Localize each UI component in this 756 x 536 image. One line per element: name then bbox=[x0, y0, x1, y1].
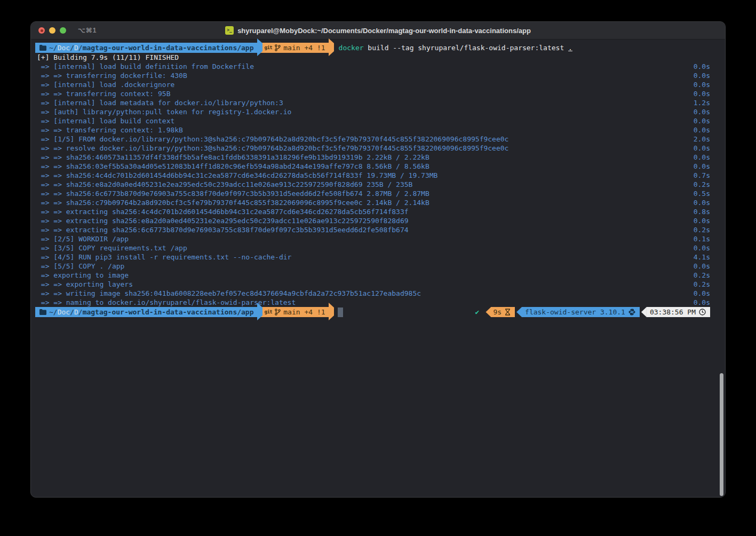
build-line-time: 0.2s bbox=[694, 180, 710, 189]
build-output-line: => => sha256:e8a2d0a0ed405231e2ea295edc5… bbox=[37, 180, 710, 189]
build-line-text: => [4/5] RUN pip3 install -r requirement… bbox=[37, 253, 689, 262]
build-output-line: => => extracting sha256:4c4dc701b2d60145… bbox=[37, 207, 710, 216]
traffic-lights bbox=[38, 27, 66, 34]
build-output-line: => => transferring dockerfile: 430B 0.0s bbox=[37, 71, 710, 80]
build-output-line: => => resolve docker.io/library/python:3… bbox=[37, 144, 710, 153]
git-branch-icon bbox=[275, 44, 281, 51]
build-line-text: => => sha256:4c4dc701b2d601454d6bb94c31c… bbox=[37, 171, 689, 180]
build-line-time: 0.2s bbox=[694, 225, 710, 234]
build-line-time: 0.0s bbox=[694, 162, 710, 171]
powerline-arrow-icon bbox=[329, 38, 334, 56]
powerline-arrow-icon bbox=[257, 303, 262, 320]
title-bar[interactable]: ⌥⌘1 >_ shyruparel@MobyDock:~/Documents/D… bbox=[31, 22, 725, 40]
build-line-time: 0.0s bbox=[694, 62, 710, 71]
powerline-arrow-icon bbox=[486, 307, 491, 317]
powerline-arrow-icon bbox=[257, 38, 262, 56]
build-output-line: => => sha256:6c6773b870d9e76903a755c838f… bbox=[37, 189, 710, 198]
git-status-text: main +4 !1 bbox=[283, 308, 325, 317]
build-line-time: 0.0s bbox=[694, 298, 710, 307]
build-line-text: => [5/5] COPY . /app bbox=[37, 262, 689, 271]
build-line-time: 0.2s bbox=[694, 280, 710, 289]
build-line-time: 0.2s bbox=[694, 271, 710, 280]
build-output-line: => [1/5] FROM docker.io/library/python:3… bbox=[37, 135, 710, 144]
build-line-time: 2.0s bbox=[694, 135, 710, 144]
build-line-time: 0.0s bbox=[694, 125, 710, 135]
build-output-line: => [4/5] RUN pip3 install -r requirement… bbox=[37, 253, 710, 262]
tab-shortcut-label: ⌥⌘1 bbox=[78, 27, 97, 34]
build-line-text: => => sha256:03ef5b5a30a4d05e512083b14ff… bbox=[37, 162, 689, 171]
build-line-time: 0.0s bbox=[694, 289, 710, 298]
command-text: docker build --tag shyruparel/flask-owid… bbox=[339, 43, 572, 52]
build-line-text: => => transferring context: 1.98kB bbox=[37, 125, 689, 135]
build-line-time: 0.8s bbox=[694, 207, 710, 216]
success-check-icon: ✔ bbox=[475, 308, 480, 317]
build-output-line: => [internal] load build context 0.0s bbox=[37, 116, 710, 125]
build-output-line: => => extracting sha256:6c6773b870d9e769… bbox=[37, 225, 710, 234]
minimize-button[interactable] bbox=[49, 27, 55, 34]
build-line-time: 0.0s bbox=[694, 243, 710, 253]
folder-icon bbox=[39, 309, 46, 315]
prompt-git-segment: git main +4 !1 bbox=[262, 43, 329, 53]
build-output-line: => => writing image sha256:041ba6008228e… bbox=[37, 289, 710, 298]
build-output-line: => => sha256:4c4dc701b2d601454d6bb94c31c… bbox=[37, 171, 710, 180]
build-line-time: 4.1s bbox=[694, 253, 710, 262]
build-line-text: => => naming to docker.io/shyruparel/fla… bbox=[37, 298, 689, 307]
build-line-text: => => sha256:6c6773b870d9e76903a755c838f… bbox=[37, 189, 689, 198]
prompt-git-segment: git main +4 !1 bbox=[262, 307, 329, 317]
build-output-line: => [3/5] COPY requirements.txt /app 0.0s bbox=[37, 243, 710, 253]
build-header: [+] Building 7.9s (11/11) FINISHED bbox=[37, 53, 710, 62]
build-line-time: 0.7s bbox=[694, 171, 710, 180]
build-line-text: => [2/5] WORKDIR /app bbox=[37, 234, 689, 243]
build-line-time: 0.0s bbox=[694, 89, 710, 98]
build-line-time: 0.0s bbox=[694, 198, 710, 207]
build-line-time: 0.0s bbox=[694, 80, 710, 89]
git-logo-icon: git bbox=[265, 308, 273, 317]
folder-icon bbox=[39, 45, 46, 51]
build-line-text: => => transferring dockerfile: 430B bbox=[37, 71, 689, 80]
build-line-text: => => extracting sha256:4c4dc701b2d60145… bbox=[37, 207, 689, 216]
build-output-line: => => extracting sha256:e8a2d0a0ed405231… bbox=[37, 216, 710, 225]
powerline-arrow-icon bbox=[641, 307, 647, 317]
git-logo-icon: git bbox=[265, 43, 273, 52]
python-env-segment: flask-owid-server 3.10.1 bbox=[522, 307, 640, 317]
build-line-text: => => resolve docker.io/library/python:3… bbox=[37, 144, 689, 153]
build-line-text: => => transferring context: 95B bbox=[37, 89, 689, 98]
terminal-window: ⌥⌘1 >_ shyruparel@MobyDock:~/Documents/D… bbox=[30, 21, 726, 498]
build-line-text: => [internal] load .dockerignore bbox=[37, 80, 689, 89]
build-output-line: => [5/5] COPY . /app 0.0s bbox=[37, 262, 710, 271]
build-line-time: 0.5s bbox=[694, 189, 710, 198]
build-output-line: => [internal] load .dockerignore 0.0s bbox=[37, 80, 710, 89]
build-line-time: 0.1s bbox=[694, 234, 710, 243]
terminal-content[interactable]: ~/Doc/D/magtag-our-world-in-data-vaccina… bbox=[31, 40, 725, 497]
build-line-text: => [internal] load build context bbox=[37, 116, 689, 125]
build-output-line: => => transferring context: 1.98kB 0.0s bbox=[37, 125, 710, 135]
python-icon bbox=[628, 309, 635, 316]
prompt-line-bottom: ~/Doc/D/magtag-our-world-in-data-vaccina… bbox=[35, 307, 710, 317]
build-output-line: => [internal] load build definition from… bbox=[37, 62, 710, 71]
build-output-line: => => naming to docker.io/shyruparel/fla… bbox=[37, 298, 710, 307]
terminal-cursor bbox=[338, 308, 343, 317]
prompt-path-segment: ~/Doc/D/magtag-our-world-in-data-vaccina… bbox=[35, 43, 257, 53]
prompt-path-segment: ~/Doc/D/magtag-our-world-in-data-vaccina… bbox=[35, 307, 257, 317]
build-output-line: => [2/5] WORKDIR /app 0.1s bbox=[37, 234, 710, 243]
build-output-line: => => exporting layers 0.2s bbox=[37, 280, 710, 289]
build-line-time: 0.0s bbox=[694, 153, 710, 162]
build-output-line: => => transferring context: 95B 0.0s bbox=[37, 89, 710, 98]
build-output-lines: => [internal] load build definition from… bbox=[37, 62, 710, 307]
build-line-text: => => sha256:e8a2d0a0ed405231e2ea295edc5… bbox=[37, 180, 689, 189]
build-line-text: => [auth] library/python:pull token for … bbox=[37, 107, 689, 116]
hourglass-icon bbox=[505, 309, 511, 316]
build-line-time: 0.0s bbox=[694, 107, 710, 116]
build-output-line: => => sha256:c79b09764b2a8d920bcf3c5fe79… bbox=[37, 198, 710, 207]
build-line-time: 0.0s bbox=[694, 216, 710, 225]
window-title: shyruparel@MobyDock:~/Documents/Docker/m… bbox=[237, 27, 531, 35]
build-line-text: => => exporting layers bbox=[37, 280, 689, 289]
zoom-button[interactable] bbox=[60, 27, 66, 34]
build-line-text: => => sha256:c79b09764b2a8d920bcf3c5fe79… bbox=[37, 198, 689, 207]
prompt-line-top: ~/Doc/D/magtag-our-world-in-data-vaccina… bbox=[35, 43, 710, 53]
build-line-text: => [1/5] FROM docker.io/library/python:3… bbox=[37, 135, 689, 144]
build-line-time: 0.0s bbox=[694, 116, 710, 125]
git-branch-icon bbox=[275, 309, 281, 316]
scrollbar-thumb[interactable] bbox=[720, 373, 723, 496]
close-button[interactable] bbox=[38, 27, 45, 34]
